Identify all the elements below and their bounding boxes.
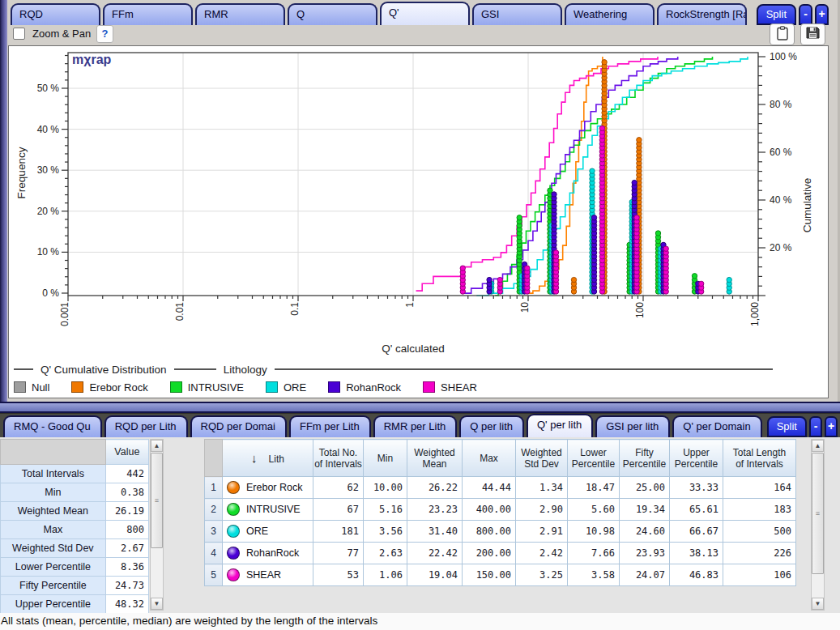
zoom-pan-checkbox[interactable] (13, 28, 25, 40)
chart-grid (68, 53, 758, 296)
lith-row-erebor-rock[interactable]: 1Erebor Rock6210.0026.2244.441.3418.4725… (205, 477, 796, 499)
lith-header-label: Lith (269, 453, 284, 465)
top-split-button[interactable]: Split (757, 4, 796, 25)
lith-stat-value: 181 (313, 521, 364, 543)
lith-header-weighted[interactable]: Weighted Std Dev (516, 440, 568, 477)
stats-row-min[interactable]: Min0.38 (1, 483, 149, 502)
pane-splitter[interactable] (0, 402, 840, 413)
bottom-tab-q-per-lith[interactable]: Q' per lith (527, 414, 593, 437)
legend-label: ORE (284, 381, 306, 394)
lith-stat-value: 31.40 (407, 521, 463, 543)
stats-row-weighted-std-dev[interactable]: Weighted Std Dev2.67 (1, 539, 149, 558)
lith-header-upper[interactable]: Upper Percentile (670, 440, 723, 477)
stats-header-value[interactable]: Value (105, 440, 148, 465)
stat-value: 0.38 (105, 483, 148, 502)
scrollbar-thumb[interactable]: ≡ (151, 453, 163, 548)
lith-header-min[interactable]: Min (364, 440, 407, 477)
lith-header-total-length[interactable]: Total Length of Intervals (723, 440, 796, 477)
svg-text:40 %: 40 % (37, 124, 60, 135)
legend-swatch (266, 381, 278, 393)
lith-header-lower[interactable]: Lower Percentile (568, 440, 620, 477)
lith-stat-value: 62 (313, 477, 364, 499)
lith-header-max[interactable]: Max (463, 440, 516, 477)
stat-value: 48.32 (105, 595, 148, 614)
scroll-down-icon[interactable]: ▼ (812, 598, 824, 610)
stat-value: 26.19 (105, 502, 148, 521)
top-collapse-button[interactable]: - (799, 4, 812, 25)
top-tab-q-[interactable]: Q' (380, 2, 470, 25)
stats-row-lower-percentile[interactable]: Lower Percentile8.36 (1, 558, 149, 577)
stats-table-scrollbar[interactable]: ▲ ≡ ▼ (150, 439, 164, 611)
stats-row-fifty-percentile[interactable]: Fifty Percentile24.73 (1, 577, 149, 595)
scroll-up-icon[interactable]: ▲ (151, 440, 163, 452)
lith-stats-table: ↓LithTotal No. of IntervalsMinWeighted M… (204, 439, 796, 586)
bottom-tab-gsi-per-lith[interactable]: GSI per lith (595, 415, 670, 437)
lith-stat-value: 44.44 (463, 477, 516, 499)
top-tab-q[interactable]: Q (288, 3, 377, 25)
top-tab-weathering[interactable]: Weathering (565, 3, 655, 25)
bottom-tab-rmr-per-lith[interactable]: RMR per Lith (373, 415, 458, 437)
x-axis-label: Q' calculated (382, 343, 445, 355)
top-tab-rockstrength-rar[interactable]: RockStrength [Rar (657, 3, 747, 25)
legend-label: RohanRock (346, 381, 401, 394)
lith-stat-value: 226 (723, 543, 796, 564)
stat-label: Max (1, 521, 106, 539)
stats-row-weighted-mean[interactable]: Weighted Mean26.19 (1, 502, 149, 521)
scroll-up-icon[interactable]: ▲ (812, 440, 824, 452)
lith-stat-value: 2.91 (516, 521, 568, 543)
lith-row-intrusive[interactable]: 2INTRUSIVE675.1623.23400.002.905.6019.34… (205, 499, 796, 521)
lith-header-lith[interactable]: ↓Lith (223, 440, 313, 477)
svg-text:10: 10 (519, 302, 531, 313)
stats-row-total-intervals[interactable]: Total Intervals442 (1, 465, 149, 483)
qprime-distribution-chart[interactable]: 0 %10 %20 %30 %40 %50 %20 %40 %60 %80 %1… (9, 46, 828, 359)
stats-pane: ValueTotal Intervals442Min0.38Weighted M… (0, 437, 840, 613)
lith-table-scrollbar[interactable]: ▲ ≡ ▼ (811, 439, 825, 611)
bottom-tab-rqd-per-domai[interactable]: RQD per Domai (190, 415, 287, 437)
top-tab-rmr[interactable]: RMR (195, 3, 285, 25)
lith-stat-value: 164 (723, 477, 796, 499)
lith-header-total-no-[interactable]: Total No. of Intervals (313, 440, 364, 477)
copy-to-clipboard-button[interactable] (770, 23, 795, 45)
lith-row-rohanrock[interactable]: 4RohanRock772.6322.42200.002.427.6623.93… (205, 543, 796, 564)
lith-stat-value: 5.60 (568, 499, 620, 521)
save-button[interactable] (800, 23, 825, 45)
bottom-tab-rmq-good-qu[interactable]: RMQ - Good Qu (3, 415, 102, 437)
lith-name-cell: RohanRock (223, 543, 313, 564)
bottom-expand-button[interactable]: + (825, 416, 838, 437)
row-number: 4 (205, 543, 223, 564)
bottom-collapse-button[interactable]: - (809, 416, 822, 437)
lith-row-ore[interactable]: 3ORE1813.5631.40800.002.9110.9824.6066.6… (205, 521, 796, 543)
row-number: 5 (205, 564, 223, 586)
legend-label: SHEAR (441, 381, 477, 394)
save-icon (806, 26, 820, 43)
svg-text:30 %: 30 % (37, 164, 60, 176)
lith-stat-value: 23.23 (407, 499, 463, 521)
lith-row-shear[interactable]: 5SHEAR531.0619.04150.003.253.5824.0746.8… (205, 564, 796, 586)
stats-row-upper-percentile[interactable]: Upper Percentile48.32 (1, 595, 149, 614)
top-tab-gsi[interactable]: GSI (472, 3, 562, 25)
lith-stat-value: 38.13 (670, 543, 723, 564)
lith-header-fifty[interactable]: Fifty Percentile (620, 440, 670, 477)
bottom-tab-q-per-lith[interactable]: Q per lith (459, 415, 524, 437)
top-tab-rqd[interactable]: RQD (11, 3, 100, 25)
legend-item-shear: SHEAR (423, 381, 477, 394)
help-button[interactable]: ? (96, 25, 113, 43)
lith-header-weighted[interactable]: Weighted Mean (407, 440, 463, 477)
dot-histogram (460, 60, 731, 295)
bottom-tab-ffm-per-lith[interactable]: FFm per Lith (289, 415, 371, 437)
sort-descending-icon[interactable]: ↓ (251, 451, 258, 465)
stats-row-max[interactable]: Max800 (1, 521, 149, 539)
lith-color-icon (227, 525, 240, 538)
stat-value: 8.36 (105, 558, 148, 577)
bottom-split-button[interactable]: Split (767, 416, 807, 437)
svg-text:100: 100 (634, 302, 646, 318)
legend-rule (275, 368, 773, 370)
stat-value: 442 (105, 465, 148, 483)
bottom-tab-q-per-domain[interactable]: Q' per Domain (672, 415, 761, 437)
top-expand-button[interactable]: + (815, 4, 829, 25)
bottom-tab-rqd-per-lith[interactable]: RQD per Lith (104, 415, 188, 437)
scrollbar-thumb[interactable]: ≡ (812, 453, 824, 574)
scroll-down-icon[interactable]: ▼ (151, 598, 163, 610)
svg-text:0.001: 0.001 (59, 302, 70, 326)
top-tab-ffm[interactable]: FFm (103, 3, 193, 25)
